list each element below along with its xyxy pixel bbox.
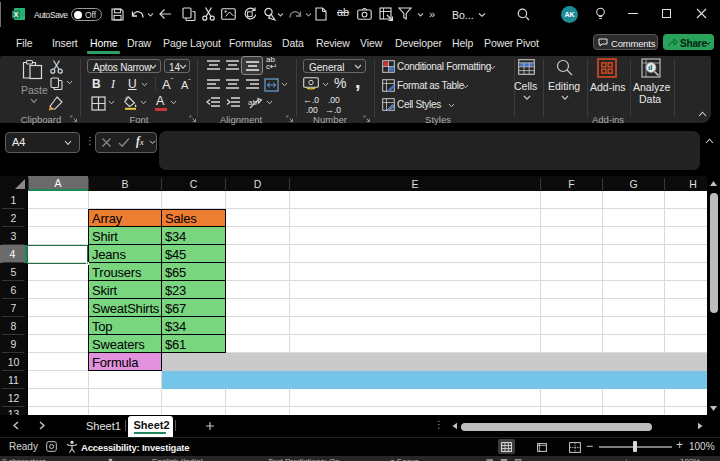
svg-text:X: X [13, 10, 18, 19]
svg-text:ab: ab [248, 98, 257, 107]
